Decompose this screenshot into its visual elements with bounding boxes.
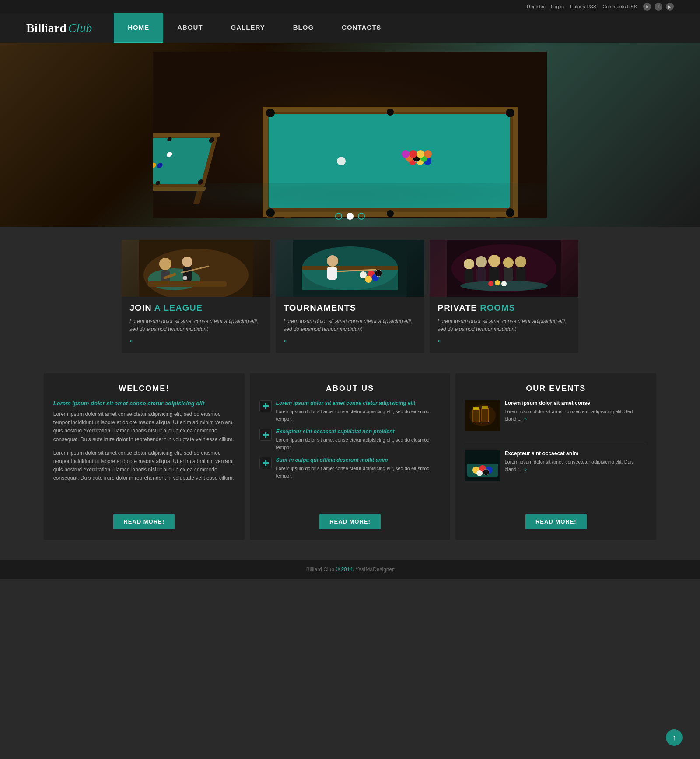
cross-icon-3: [262, 460, 269, 467]
svg-rect-75: [489, 267, 500, 282]
feature-content-tournaments: TOURNAMENTS Lorem ipsum dolor sit amet c…: [276, 297, 424, 353]
facebook-icon[interactable]: f: [654, 3, 662, 11]
svg-point-39: [402, 150, 410, 158]
svg-point-28: [506, 109, 514, 117]
event-title-2: Excepteur sint occaecat anim: [504, 450, 647, 457]
svg-rect-4: [153, 133, 220, 137]
svg-point-83: [501, 281, 507, 286]
svg-point-72: [476, 256, 487, 267]
footer-designer: YesIMaDesigner: [356, 566, 394, 573]
svg-point-41: [416, 150, 424, 158]
balls-svg: [465, 450, 500, 481]
about-item-1-content: Lorem ipsum dolor sit amet conse ctetur …: [276, 400, 441, 422]
welcome-title: WELCOME!: [53, 384, 235, 393]
feature-desc-3: Lorem ipsum dolor sit amet conse ctetur …: [438, 317, 570, 333]
welcome-subtitle: Lorem ipsum dolor sit amet conse ctetur …: [53, 400, 235, 407]
main-content: WELCOME! Lorem ipsum dolor sit amet cons…: [0, 366, 700, 560]
nav-gallery[interactable]: GALLERY: [217, 13, 279, 43]
event-content-2: Excepteur sint occaecat anim Lorem ipsum…: [504, 450, 647, 481]
events-item-2: Excepteur sint occaecat anim Lorem ipsum…: [465, 450, 647, 481]
league-image-svg: [139, 240, 253, 297]
feature-title-accent-1: A LEAGUE: [154, 303, 203, 313]
svg-point-31: [387, 109, 394, 116]
svg-rect-85: [262, 405, 269, 407]
footer-copyright: © 2014.: [336, 566, 354, 573]
nav-blog[interactable]: BLOG: [279, 13, 328, 43]
svg-point-102: [483, 469, 489, 475]
slider-dot-1[interactable]: [335, 213, 342, 220]
svg-point-95: [469, 404, 496, 426]
svg-point-74: [488, 255, 500, 267]
welcome-text-2: Lorem ipsum dolor sit amet conse ctetur …: [53, 449, 235, 483]
feature-image-league: [122, 240, 270, 297]
comments-rss-link[interactable]: Comments RSS: [602, 4, 637, 9]
about-icon-2: [259, 429, 272, 441]
events-panel: OUR EVENTS Lorem ipsum dolor sit amet co…: [455, 373, 656, 540]
events-divider: [465, 444, 647, 444]
about-read-more[interactable]: READ MORE!: [319, 514, 381, 529]
svg-point-70: [464, 259, 474, 269]
billiard-tables-svg: [153, 52, 547, 218]
svg-point-78: [515, 256, 526, 267]
slider-dot-3[interactable]: [358, 213, 365, 220]
svg-point-65: [365, 276, 372, 283]
events-read-more[interactable]: READ MORE!: [525, 514, 587, 529]
feature-title-main-1: JOIN: [130, 303, 152, 313]
slider-dots: [335, 213, 365, 220]
about-item-1-title: Lorem ipsum dolor sit amet conse ctetur …: [276, 400, 441, 406]
entries-rss-link[interactable]: Entries RSS: [570, 4, 596, 9]
svg-rect-61: [327, 267, 337, 280]
gear-cross-icon: [262, 403, 269, 410]
about-item-3: Sunt in culpa qui officia deserunt molli…: [259, 457, 441, 479]
login-link[interactable]: Log in: [551, 4, 564, 9]
feature-content-rooms: PRIVATE ROOMS Lorem ipsum dolor sit amet…: [430, 297, 578, 353]
hero-visual: [0, 43, 700, 227]
about-item-1-text: Lorem ipsum dolor sit amet conse ctetur …: [276, 408, 441, 422]
header: Billiard Club HOME ABOUT GALLERY BLOG CO…: [0, 13, 700, 43]
events-item-1: Lorem ipsum dolor sit amet conse Lorem i…: [465, 400, 647, 431]
feature-arrow-2[interactable]: »: [284, 337, 287, 344]
svg-point-54: [183, 276, 187, 280]
svg-point-51: [182, 257, 192, 267]
feature-desc-2: Lorem ipsum dolor sit amet conse ctetur …: [284, 317, 416, 333]
feature-card-league: JOIN A LEAGUE Lorem ipsum dolor sit amet…: [122, 240, 270, 353]
about-item-2-text: Lorem ipsum dolor sit amet conse ctetur …: [276, 436, 441, 451]
event-link-2[interactable]: »: [524, 467, 527, 472]
footer-brand: Billiard Club: [306, 566, 334, 573]
top-bar: Register Log in Entries RSS Comments RSS…: [0, 0, 700, 13]
about-item-1: Lorem ipsum dolor sit amet conse ctetur …: [259, 400, 441, 422]
svg-point-40: [409, 150, 417, 158]
register-link[interactable]: Register: [527, 4, 545, 9]
rooms-image-svg: [447, 240, 561, 297]
svg-point-67: [375, 270, 382, 277]
svg-point-60: [327, 255, 338, 267]
feature-arrow-1[interactable]: »: [130, 337, 133, 344]
svg-rect-55: [148, 281, 227, 287]
feature-image-tournaments: [276, 240, 424, 297]
event-link-1[interactable]: »: [524, 416, 527, 422]
svg-point-101: [476, 470, 483, 476]
features-section: JOIN A LEAGUE Lorem ipsum dolor sit amet…: [0, 227, 700, 366]
nav-about[interactable]: ABOUT: [163, 13, 217, 43]
twitter-icon[interactable]: 𝕏: [643, 3, 651, 11]
rss-icon[interactable]: ▶: [666, 3, 674, 11]
slider-dot-2[interactable]: [346, 213, 354, 220]
welcome-read-more[interactable]: READ MORE!: [113, 514, 175, 529]
svg-rect-87: [262, 434, 269, 436]
svg-point-82: [495, 280, 500, 285]
event-content-1: Lorem ipsum dolor sit amet conse Lorem i…: [504, 400, 647, 431]
about-title: ABOUT US: [259, 384, 441, 393]
about-panel: ABOUT US Lorem ipsum dolor sit amet cons…: [250, 373, 451, 540]
feature-card-tournaments: TOURNAMENTS Lorem ipsum dolor sit amet c…: [276, 240, 424, 353]
feature-arrow-3[interactable]: »: [438, 337, 441, 344]
about-item-2: Excepteur sint occaecat cupidatat non pr…: [259, 429, 441, 451]
svg-rect-58: [302, 268, 398, 290]
nav-home[interactable]: HOME: [114, 13, 163, 43]
logo-billiard: Billiard: [26, 21, 66, 35]
nav-contacts[interactable]: CONTACTS: [328, 13, 395, 43]
svg-rect-79: [516, 267, 525, 281]
feature-content-league: JOIN A LEAGUE Lorem ipsum dolor sit amet…: [122, 297, 270, 353]
about-item-2-content: Excepteur sint occaecat cupidatat non pr…: [276, 429, 441, 451]
events-title: OUR EVENTS: [465, 384, 647, 393]
about-icon-3: [259, 457, 272, 469]
